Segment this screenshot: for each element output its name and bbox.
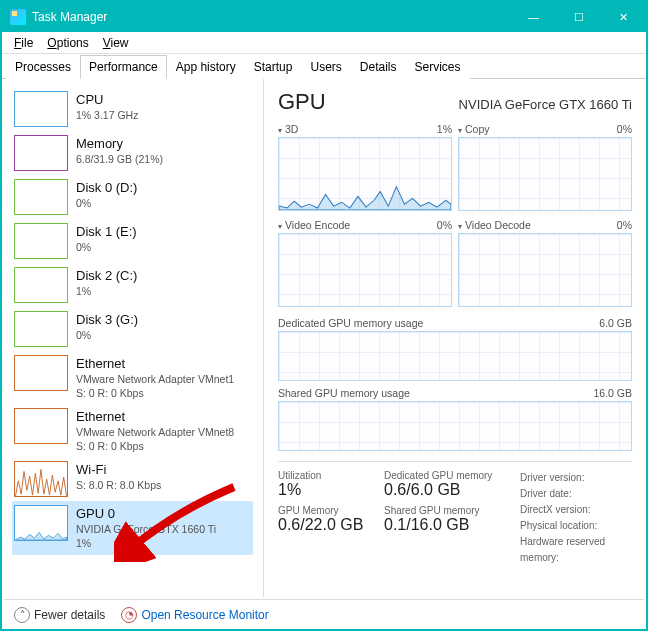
maximize-button[interactable]: ☐ [556, 2, 601, 32]
sidebar-item-sub: 0% [76, 197, 137, 211]
monitor-icon: ◔ [121, 607, 137, 623]
mem-label: Shared GPU memory usage [278, 387, 410, 399]
mem-chart [278, 401, 632, 451]
sidebar-item-sub: 6.8/31.9 GB (21%) [76, 153, 163, 167]
chart-video-decode: ▾Video Decode0% [458, 217, 632, 307]
chart-pct: 0% [437, 219, 452, 231]
sidebar-item-sub: 1% 3.17 GHz [76, 109, 138, 123]
hwres-label: Hardware reserved memory: [520, 534, 632, 566]
sidebar-item-name: Disk 3 (G:) [76, 312, 138, 329]
sidebar-item-sub: 1% [76, 285, 137, 299]
shrmem-value: 0.1/16.0 GB [384, 516, 514, 534]
stats: Utilization 1% GPU Memory 0.6/22.0 GB De… [278, 461, 632, 566]
mem-right: 16.0 GB [593, 387, 632, 399]
tab-services[interactable]: Services [406, 55, 470, 79]
sidebar-item-name: Disk 1 (E:) [76, 224, 137, 241]
thumb-chart [14, 135, 68, 171]
sidebar-item-name: Ethernet [76, 356, 234, 373]
open-resource-monitor-link[interactable]: ◔ Open Resource Monitor [121, 607, 268, 623]
chart-3d: ▾3D1% [278, 121, 452, 211]
sidebar-item-disk-1-e-[interactable]: Disk 1 (E:)0% [12, 219, 253, 263]
menu-options[interactable]: Options [41, 34, 94, 52]
minimize-button[interactable]: — [511, 2, 556, 32]
sidebar-item-name: Memory [76, 136, 163, 153]
mem-chart [278, 331, 632, 381]
sidebar-item-memory[interactable]: Memory6.8/31.9 GB (21%) [12, 131, 253, 175]
util-label: Utilization [278, 470, 378, 481]
chart-pct: 0% [617, 123, 632, 135]
chart-label[interactable]: ▾Copy [458, 123, 490, 135]
thumb-chart [14, 91, 68, 127]
thumb-chart [14, 223, 68, 259]
main-panel: GPU NVIDIA GeForce GTX 1660 Ti ▾3D1%▾Cop… [264, 79, 646, 597]
tab-processes[interactable]: Processes [6, 55, 80, 79]
menubar: File Options View [2, 32, 646, 54]
tabs: Processes Performance App history Startu… [2, 54, 646, 79]
menu-file[interactable]: File [8, 34, 39, 52]
sidebar-item-sub2: 1% [76, 537, 216, 551]
thumb-chart [14, 267, 68, 303]
chart-canvas [278, 137, 452, 211]
util-value: 1% [278, 481, 378, 499]
chart-label[interactable]: ▾Video Decode [458, 219, 531, 231]
sidebar-item-sub: VMware Network Adapter VMnet8 [76, 426, 234, 440]
physloc-label: Physical location: [520, 518, 632, 534]
close-button[interactable]: ✕ [601, 2, 646, 32]
gpumem-label: GPU Memory [278, 505, 378, 516]
footer: ˄ Fewer details ◔ Open Resource Monitor [4, 599, 644, 629]
sidebar-item-sub: NVIDIA GeForce GTX 1660 Ti [76, 523, 216, 537]
dedmem-value: 0.6/6.0 GB [384, 481, 514, 499]
tab-startup[interactable]: Startup [245, 55, 302, 79]
chart-label[interactable]: ▾Video Encode [278, 219, 350, 231]
sidebar-item-name: Disk 2 (C:) [76, 268, 137, 285]
thumb-chart [14, 355, 68, 391]
thumb-chart [14, 311, 68, 347]
sidebar-item-gpu-0[interactable]: GPU 0NVIDIA GeForce GTX 1660 Ti1% [12, 501, 253, 554]
sidebar-item-sub2: S: 0 R: 0 Kbps [76, 387, 234, 401]
chart-pct: 0% [617, 219, 632, 231]
sidebar: CPU1% 3.17 GHzMemory6.8/31.9 GB (21%)Dis… [2, 79, 264, 597]
titlebar: Task Manager — ☐ ✕ [2, 2, 646, 32]
chart-canvas [458, 137, 632, 211]
tab-users[interactable]: Users [301, 55, 350, 79]
gpu-name: NVIDIA GeForce GTX 1660 Ti [459, 97, 632, 112]
menu-view[interactable]: View [97, 34, 135, 52]
chart-canvas [458, 233, 632, 307]
tab-details[interactable]: Details [351, 55, 406, 79]
window-title: Task Manager [32, 10, 511, 24]
chart-copy: ▾Copy0% [458, 121, 632, 211]
app-icon [10, 9, 26, 25]
shrmem-label: Shared GPU memory [384, 505, 514, 516]
page-title: GPU [278, 89, 326, 115]
mem-row: Shared GPU memory usage16.0 GB [278, 385, 632, 451]
chevron-down-icon: ▾ [458, 222, 462, 231]
sidebar-item-name: GPU 0 [76, 506, 216, 523]
chevron-down-icon: ▾ [278, 222, 282, 231]
chart-video-encode: ▾Video Encode0% [278, 217, 452, 307]
sidebar-item-ethernet[interactable]: EthernetVMware Network Adapter VMnet8S: … [12, 404, 253, 457]
tab-performance[interactable]: Performance [80, 55, 167, 79]
sidebar-item-name: Wi-Fi [76, 462, 161, 479]
mem-label: Dedicated GPU memory usage [278, 317, 423, 329]
sidebar-item-cpu[interactable]: CPU1% 3.17 GHz [12, 87, 253, 131]
thumb-chart [14, 408, 68, 444]
dedmem-label: Dedicated GPU memory [384, 470, 514, 481]
drvver-label: Driver version: [520, 470, 632, 486]
sidebar-item-name: CPU [76, 92, 138, 109]
sidebar-item-disk-3-g-[interactable]: Disk 3 (G:)0% [12, 307, 253, 351]
sidebar-item-disk-2-c-[interactable]: Disk 2 (C:)1% [12, 263, 253, 307]
sidebar-item-disk-0-d-[interactable]: Disk 0 (D:)0% [12, 175, 253, 219]
tab-apphistory[interactable]: App history [167, 55, 245, 79]
fewer-details-button[interactable]: ˄ Fewer details [14, 607, 105, 623]
chevron-up-icon: ˄ [14, 607, 30, 623]
sidebar-item-wi-fi[interactable]: Wi-FiS: 8.0 R: 8.0 Kbps [12, 457, 253, 501]
chart-label[interactable]: ▾3D [278, 123, 298, 135]
directx-label: DirectX version: [520, 502, 632, 518]
sidebar-item-name: Disk 0 (D:) [76, 180, 137, 197]
mem-right: 6.0 GB [599, 317, 632, 329]
chart-canvas [278, 233, 452, 307]
thumb-chart [14, 179, 68, 215]
sidebar-item-ethernet[interactable]: EthernetVMware Network Adapter VMnet1S: … [12, 351, 253, 404]
sidebar-item-sub: 0% [76, 241, 137, 255]
gpumem-value: 0.6/22.0 GB [278, 516, 378, 534]
